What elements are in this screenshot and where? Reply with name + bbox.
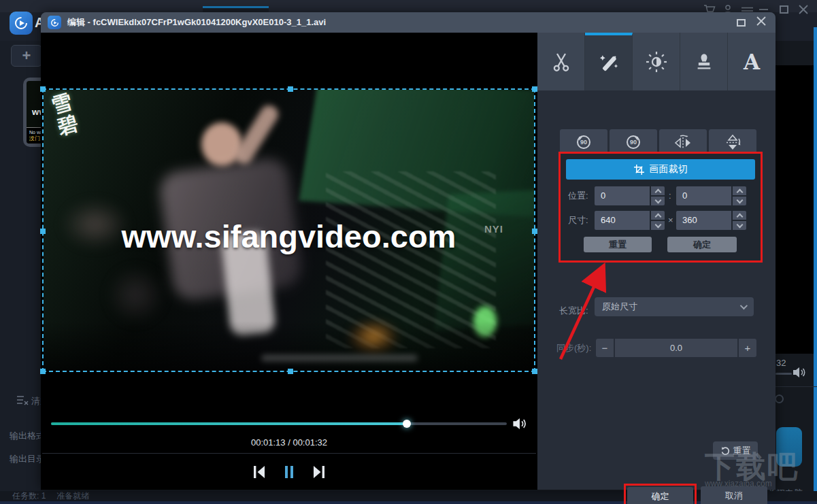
stamp-icon [694, 52, 714, 72]
dialog-close-icon[interactable] [756, 16, 766, 29]
minimize-icon[interactable] [759, 9, 768, 10]
sync-minus-button[interactable]: − [596, 339, 614, 357]
dialog-app-icon [48, 16, 61, 29]
time-display: 00:01:13 / 00:01:32 [41, 437, 537, 448]
size-label: 尺寸: [568, 211, 588, 230]
size-height-spinner [731, 211, 746, 230]
clear-list-icon[interactable] [17, 394, 29, 409]
close-icon[interactable] [799, 5, 808, 17]
video-watermark-text: www.sifangvideo.com [44, 218, 534, 255]
flip-horizontal-icon [673, 134, 693, 150]
add-file-button[interactable]: + [11, 45, 42, 67]
size-separator: × [668, 211, 673, 230]
convert-button[interactable] [776, 427, 802, 467]
sync-value[interactable]: 0.0 [615, 339, 737, 357]
aspect-ratio-value: 原始尺寸 [595, 301, 637, 313]
crop-handle-ne[interactable] [532, 86, 537, 92]
player-volume-icon[interactable] [512, 416, 529, 431]
chevron-down-icon [740, 302, 748, 309]
tab-effect-active[interactable] [585, 33, 633, 90]
video-brand-text: 雪碧 [49, 90, 84, 138]
pause-button[interactable] [281, 463, 297, 481]
crop-toggle-button[interactable]: 画面裁切 [566, 159, 755, 180]
position-x-input[interactable]: 0 [595, 186, 665, 205]
step-back-button[interactable] [251, 463, 267, 481]
position-y-input[interactable]: 0 [676, 186, 746, 205]
crop-reset-button[interactable]: 重置 [584, 237, 652, 252]
main-active-tab[interactable] [203, 6, 269, 12]
crop-size-row: 尺寸: 640 × 360 [561, 211, 761, 230]
position-separator: : [669, 186, 671, 205]
maximize-icon[interactable] [780, 5, 788, 14]
volume-icon[interactable] [793, 367, 807, 381]
flip-vertical-icon [724, 133, 741, 151]
seek-thumb[interactable] [403, 420, 411, 428]
position-y-spinner [731, 186, 746, 205]
crop-handle-w[interactable] [40, 229, 46, 234]
spinner-up-icon[interactable] [733, 211, 746, 221]
spinner-down-icon[interactable] [733, 221, 746, 230]
rotate-right-button[interactable]: 90 [610, 129, 657, 154]
sync-seconds-label: 同步(秒): [556, 339, 591, 357]
position-label: 位置: [568, 186, 588, 205]
spinner-up-icon[interactable] [733, 186, 746, 197]
flip-horizontal-button[interactable] [659, 129, 707, 154]
dialog-maximize-icon[interactable] [737, 19, 746, 27]
spinner-up-icon[interactable] [651, 186, 665, 197]
panel-divider [776, 386, 817, 387]
crop-selection-frame[interactable]: 雪碧 NYI www.sifangvideo.com [42, 88, 535, 372]
sync-plus-button[interactable]: + [739, 339, 756, 357]
seek-slider[interactable] [51, 422, 507, 425]
main-preview-backdrop [776, 65, 814, 354]
aspect-ratio-select[interactable]: 原始尺寸 [595, 297, 754, 316]
ok-button[interactable]: 确定 [627, 487, 693, 504]
crop-handle-n[interactable] [288, 86, 293, 92]
edit-dialog: 编辑 - fcCWIEkdlx07CFrP1wGk01041200KgvX0E0… [41, 12, 776, 490]
cancel-button[interactable]: 取消 [701, 486, 767, 504]
duration-fragment: 32 [776, 358, 786, 368]
video-preview: 雪碧 NYI www.sifangvideo.com [44, 90, 534, 371]
step-forward-button[interactable] [311, 463, 327, 481]
rotate-left-button[interactable]: 90 [560, 129, 607, 154]
crop-panel-highlight: 画面裁切 位置: 0 : 0 [558, 152, 763, 263]
position-x-spinner [650, 186, 665, 205]
output-dir-label: 输出目录 [10, 453, 45, 465]
rotate-flip-row: 90 90 [560, 129, 756, 154]
spinner-down-icon[interactable] [651, 221, 665, 230]
tool-tabs: A [537, 33, 776, 90]
screen: A + www No way save it 没门儿 盗版吧 清空 输出格式 输… [0, 0, 817, 504]
tab-watermark[interactable] [680, 33, 728, 90]
spinner-up-icon[interactable] [651, 211, 665, 221]
aspect-ratio-label: 长宽比: [559, 301, 588, 320]
tab-adjust[interactable] [633, 33, 680, 90]
player-controls [41, 460, 537, 484]
crop-handle-e[interactable] [532, 229, 537, 234]
main-titlebar [0, 0, 817, 12]
tab-subtitle[interactable]: A [728, 33, 776, 90]
crop-handle-s[interactable] [288, 369, 293, 374]
crop-confirm-button[interactable]: 确定 [667, 237, 737, 252]
crop-handle-nw[interactable] [40, 86, 46, 92]
size-width-spinner [650, 211, 665, 230]
size-width-input[interactable]: 640 [595, 211, 665, 230]
setting-icon[interactable] [775, 394, 784, 403]
task-count-label: 任务数: 1 [12, 490, 46, 502]
crop-handle-se[interactable] [532, 369, 537, 374]
text-tool-glyph: A [744, 50, 760, 74]
dialog-titlebar[interactable]: 编辑 - fcCWIEkdlx07CFrP1wGk01041200KgvX0E0… [41, 12, 776, 33]
spinner-down-icon[interactable] [651, 197, 665, 205]
size-height-input[interactable]: 360 [676, 211, 746, 230]
crop-handle-sw[interactable] [40, 369, 46, 374]
panel-reset-button[interactable]: 重置 [713, 441, 758, 460]
tab-trim[interactable] [537, 33, 585, 90]
edit-tools-panel: A 90 90 [537, 33, 776, 490]
app-logo-icon [10, 12, 33, 35]
spinner-down-icon[interactable] [733, 197, 746, 205]
controls-divider [42, 453, 536, 454]
output-format-label: 输出格式 [10, 430, 45, 442]
dialog-title: 编辑 - fcCWIEkdlx07CFrP1wGk01041200KgvX0E0… [67, 16, 326, 29]
volume-slider-fragment[interactable] [776, 373, 792, 375]
crop-icon [634, 165, 644, 175]
scissors-icon [550, 51, 572, 73]
flip-vertical-button[interactable] [709, 129, 756, 154]
